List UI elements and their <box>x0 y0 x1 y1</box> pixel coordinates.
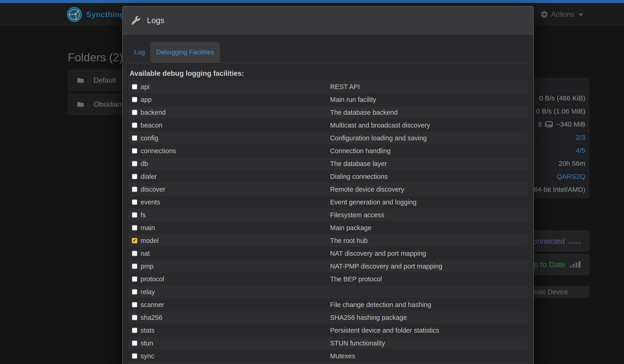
facility-row: discover Remote device discovery <box>129 183 527 196</box>
facility-description: The root hub <box>330 237 368 244</box>
facility-checkbox[interactable] <box>132 161 137 166</box>
logs-modal: Logs Log Debugging Facilities Available … <box>122 6 534 364</box>
facility-description: Main package <box>330 224 371 232</box>
facility-name: stats <box>141 327 155 334</box>
facility-row: events Event generation and logging <box>129 196 527 208</box>
folder-name: Default <box>94 76 116 84</box>
facility-checkbox[interactable] <box>132 315 137 320</box>
facility-checkbox[interactable] <box>132 174 137 179</box>
facility-row: main Main package <box>129 221 527 234</box>
facility-checkbox[interactable] <box>132 148 137 154</box>
chevron-down-icon <box>578 14 583 16</box>
facility-checkbox[interactable] <box>132 353 137 359</box>
facility-name: sha256 <box>141 314 162 321</box>
facility-name: fs <box>141 211 146 219</box>
logs-modal-header: Logs <box>123 6 533 35</box>
facility-checkbox[interactable] <box>132 289 137 295</box>
signal-dashes-icon <box>569 242 580 243</box>
facility-description: The database backend <box>330 109 398 116</box>
modal-title: Logs <box>147 16 164 25</box>
facility-checkbox[interactable] <box>132 276 137 282</box>
facility-checkbox[interactable] <box>132 212 137 218</box>
facility-checkbox[interactable] <box>132 135 137 141</box>
facility-row: connections Connection handling <box>129 144 527 157</box>
facility-checkbox[interactable] <box>132 328 137 333</box>
facility-checkbox[interactable] <box>132 238 137 243</box>
facility-checkbox[interactable] <box>132 110 137 115</box>
facility-row: app Main run facility <box>129 93 527 106</box>
facility-row: dialer Dialing connections <box>129 170 527 183</box>
folder-icon <box>77 77 84 83</box>
actions-menu-button[interactable]: Actions <box>541 3 583 26</box>
facility-name: scanner <box>141 301 164 309</box>
facility-checkbox[interactable] <box>132 84 137 89</box>
brand-link[interactable]: Syncthing <box>67 3 125 26</box>
browser-top-accent-bar <box>0 0 624 3</box>
facility-checkbox[interactable] <box>132 263 137 269</box>
signal-bars-icon <box>570 261 580 268</box>
facility-row: fs Filesystem access <box>129 208 527 221</box>
facility-name: beacon <box>141 122 162 129</box>
facility-description: Multicast and broadcast discovery <box>330 122 430 129</box>
gear-icon <box>541 11 548 18</box>
facility-name: relay <box>141 288 155 296</box>
folder-name: Obsidian <box>94 100 122 108</box>
facilities-heading: Available debug logging facilities: <box>130 69 527 78</box>
facility-description: Persistent device and folder statistics <box>330 327 439 334</box>
brand-name: Syncthing <box>86 10 125 19</box>
facility-description: NAT discovery and port mapping <box>330 250 426 257</box>
facility-row: scanner File change detection and hashin… <box>129 298 527 311</box>
facility-description: SHA256 hashing package <box>330 314 407 321</box>
facility-name: nat <box>141 250 150 257</box>
facility-checkbox[interactable] <box>132 186 137 192</box>
facility-row: pmp NAT-PMP discovery and port mapping <box>129 260 527 273</box>
syncthing-app: Syncthing Actions Folders (2) Default Ob… <box>0 0 624 364</box>
facility-row: relay <box>129 286 527 298</box>
wrench-icon <box>131 16 140 25</box>
facility-checkbox[interactable] <box>132 340 137 346</box>
facility-name: main <box>141 224 155 232</box>
facility-name: dialer <box>141 173 157 181</box>
facility-checkbox[interactable] <box>132 97 137 102</box>
stat-link[interactable]: QARS2Q <box>557 173 585 181</box>
facility-row: protocol The BEP protocol <box>129 273 527 286</box>
facility-description: Filesystem access <box>330 211 384 219</box>
facility-name: model <box>141 237 159 244</box>
facility-checkbox[interactable] <box>132 302 137 308</box>
tab-log[interactable]: Log <box>129 42 150 62</box>
stat-prefix: 6 <box>538 120 542 128</box>
facility-name: pmp <box>141 262 153 270</box>
facility-description: Mutexes <box>330 352 355 360</box>
facility-row: db The database layer <box>129 157 527 170</box>
facility-name: db <box>141 160 148 168</box>
tab-debugging-facilities[interactable]: Debugging Facilities <box>150 42 220 62</box>
stat-value: 0 B/s (466 KiB) <box>539 94 585 102</box>
stat-value: ~340 MiB <box>556 120 585 128</box>
facility-description: NAT-PMP discovery and port mapping <box>330 262 442 270</box>
facility-description: Configuration loading and saving <box>330 134 427 142</box>
facility-checkbox[interactable] <box>132 251 137 256</box>
facility-row: sync Mutexes <box>129 350 527 363</box>
facility-row: sha256 SHA256 hashing package <box>129 311 527 324</box>
facility-name: config <box>141 134 158 142</box>
facility-row-partial <box>129 363 527 364</box>
facility-name: discover <box>141 186 165 193</box>
stat-link[interactable]: 4/5 <box>576 147 585 154</box>
facility-description: Event generation and logging <box>330 199 416 206</box>
facility-description: REST API <box>330 83 360 91</box>
facility-row: beacon Multicast and broadcast discovery <box>129 119 527 132</box>
facility-row: backend The database backend <box>129 106 527 119</box>
facility-description: The BEP protocol <box>330 275 382 283</box>
facility-description: Main run facility <box>330 96 376 104</box>
facility-checkbox[interactable] <box>132 123 137 128</box>
actions-label: Actions <box>551 10 574 19</box>
facility-checkbox[interactable] <box>132 199 137 205</box>
stat-link[interactable]: 2/3 <box>576 133 585 141</box>
facility-description: Connection handling <box>330 147 390 155</box>
facility-description: Remote device discovery <box>330 186 404 193</box>
stat-value: 20h 56m <box>559 159 585 167</box>
facility-checkbox[interactable] <box>132 225 137 231</box>
facility-description: The database layer <box>330 160 387 168</box>
facility-name: sync <box>141 352 154 360</box>
stat-value: (64-bit Intel/AMD) <box>532 186 585 193</box>
